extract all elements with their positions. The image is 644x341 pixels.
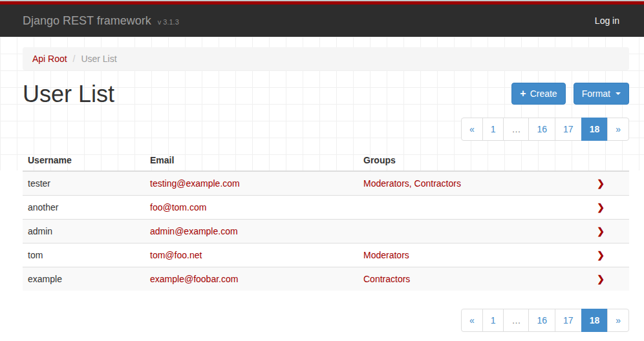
user-table: UsernameEmailGroups testertesting@exampl… (23, 150, 629, 291)
breadcrumb-separator: / (70, 54, 79, 64)
page-item-18[interactable]: 18 (581, 118, 608, 141)
page-item-next[interactable]: » (607, 118, 629, 141)
page-item-1[interactable]: 1 (482, 309, 504, 332)
breadcrumb: Api Root / User List (23, 47, 629, 70)
cell-username: admin (23, 220, 145, 243)
pagination-row-bottom: «1…161718» (23, 309, 629, 332)
chevron-right-icon[interactable]: ❯ (597, 250, 605, 260)
cell-email: tom@foo.net (145, 243, 358, 267)
table-header-row: UsernameEmailGroups (23, 150, 629, 171)
chevron-right-icon[interactable]: ❯ (597, 178, 605, 189)
page-title: User List (23, 81, 114, 107)
groups-link[interactable]: Moderators, Contractors (363, 178, 461, 189)
groups-link[interactable]: Contractors (363, 274, 410, 284)
page-item-16[interactable]: 16 (528, 309, 555, 332)
table-row: anotherfoo@tom.com❯ (23, 196, 629, 220)
toolbar: + Create Format (511, 83, 629, 105)
cell-email: foo@tom.com (145, 196, 358, 220)
cell-username: example (23, 267, 145, 291)
cell-username: tom (23, 243, 145, 267)
page-item-ellipsis: … (503, 118, 529, 141)
page-item-17[interactable]: 17 (555, 118, 582, 141)
cell-detail: ❯ (585, 171, 629, 196)
email-link[interactable]: example@foobar.com (150, 274, 238, 284)
login-link[interactable]: Log in (595, 16, 619, 26)
page-item-16[interactable]: 16 (528, 118, 555, 141)
table-body: testertesting@example.comModerators, Con… (23, 171, 629, 291)
cell-groups (358, 196, 585, 220)
chevron-right-icon[interactable]: ❯ (597, 202, 605, 212)
format-dropdown-button[interactable]: Format (574, 83, 629, 105)
pagination-row-top: «1…161718» (23, 118, 629, 141)
navbar: Django REST framework v 3.1.3 Log in (0, 5, 644, 37)
chevron-right-icon[interactable]: ❯ (597, 226, 605, 236)
cell-email: example@foobar.com (145, 267, 358, 291)
main-content: Api Root / User List User List + Create … (23, 47, 629, 332)
cell-detail: ❯ (585, 243, 629, 267)
breadcrumb-current: User List (81, 54, 116, 64)
cell-detail: ❯ (585, 267, 629, 291)
brand-name: Django REST framework (23, 14, 151, 27)
pagination-bottom: «1…161718» (461, 309, 629, 332)
groups-link[interactable]: Moderators (363, 250, 409, 260)
create-button-label: Create (530, 87, 557, 100)
brand-title: Django REST framework v 3.1.3 (23, 14, 179, 28)
table-head: UsernameEmailGroups (23, 150, 629, 171)
create-button[interactable]: + Create (511, 83, 565, 105)
column-header-email: Email (145, 150, 358, 171)
email-link[interactable]: foo@tom.com (150, 202, 206, 212)
version-label: v 3.1.3 (158, 18, 179, 26)
breadcrumb-api-root[interactable]: Api Root (32, 54, 67, 64)
cell-detail: ❯ (585, 196, 629, 220)
table-row: exampleexample@foobar.comContractors❯ (23, 267, 629, 291)
column-header-username: Username (23, 150, 145, 171)
page-item-prev[interactable]: « (461, 309, 483, 332)
plus-icon: + (520, 88, 526, 99)
page-item-18[interactable]: 18 (581, 309, 608, 332)
table-row: adminadmin@example.com❯ (23, 220, 629, 243)
table-row: testertesting@example.comModerators, Con… (23, 171, 629, 196)
column-header-detail (585, 150, 629, 171)
cell-username: another (23, 196, 145, 220)
table-row: tomtom@foo.netModerators❯ (23, 243, 629, 267)
format-button-label: Format (582, 87, 610, 100)
email-link[interactable]: testing@example.com (150, 178, 240, 189)
page-item-17[interactable]: 17 (555, 309, 582, 332)
page-item-prev[interactable]: « (461, 118, 483, 141)
cell-groups: Moderators, Contractors (358, 171, 585, 196)
cell-groups (358, 220, 585, 243)
cell-groups: Moderators (358, 243, 585, 267)
page-item-1[interactable]: 1 (482, 118, 504, 141)
caret-down-icon (616, 92, 621, 95)
cell-email: admin@example.com (145, 220, 358, 243)
page-item-ellipsis: … (503, 309, 529, 332)
pagination-top: «1…161718» (461, 118, 629, 141)
cell-username: tester (23, 171, 145, 196)
page-item-next[interactable]: » (607, 309, 629, 332)
cell-groups: Contractors (358, 267, 585, 291)
column-header-groups: Groups (358, 150, 585, 171)
chevron-right-icon[interactable]: ❯ (597, 274, 605, 284)
email-link[interactable]: admin@example.com (150, 226, 238, 236)
email-link[interactable]: tom@foo.net (150, 250, 202, 260)
title-row: User List + Create Format (23, 81, 629, 107)
cell-detail: ❯ (585, 220, 629, 243)
cell-email: testing@example.com (145, 171, 358, 196)
